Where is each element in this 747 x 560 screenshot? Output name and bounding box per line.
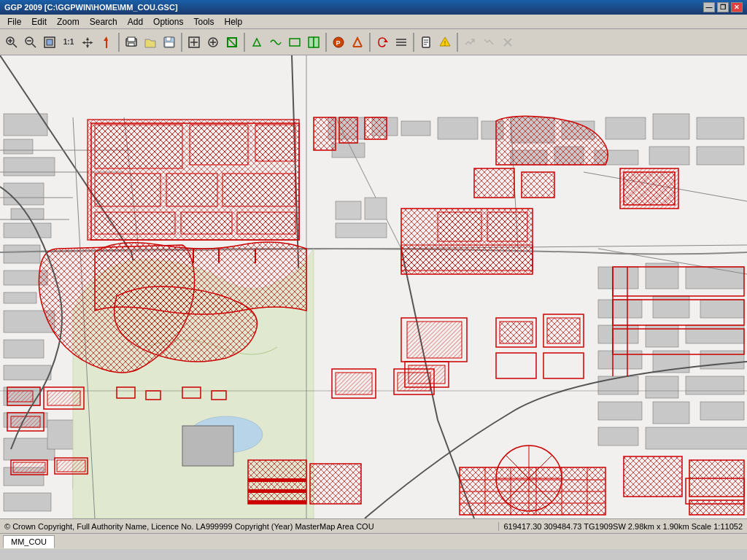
close-button[interactable]: ✕ (731, 2, 743, 12)
toolbar-btn-10[interactable] (305, 34, 322, 51)
toolbar-btn-6[interactable] (223, 34, 241, 51)
svg-rect-183 (13, 462, 45, 472)
save-button[interactable] (160, 34, 178, 51)
svg-rect-125 (522, 172, 554, 198)
toolbar-btn-9[interactable] (286, 34, 303, 51)
menu-bar: File Edit Zoom Search Add Options Tools … (0, 15, 747, 29)
toolbar-btn-16[interactable] (436, 34, 454, 51)
full-extent-button[interactable] (41, 34, 58, 51)
svg-text:P: P (336, 39, 341, 47)
toolbar-btn-14[interactable] (392, 34, 410, 51)
svg-rect-115 (166, 174, 217, 206)
copyright-text: © Crown Copyright, Full Authority Name, … (0, 522, 499, 531)
svg-rect-113 (255, 125, 295, 161)
toolbar-sep-7 (457, 33, 458, 52)
svg-rect-116 (222, 174, 295, 206)
toolbar-btn-8[interactable] (267, 34, 285, 51)
svg-rect-82 (686, 267, 744, 289)
zoom-11-button[interactable]: 1:1 (60, 34, 77, 51)
svg-rect-74 (697, 117, 744, 139)
svg-rect-24 (290, 39, 300, 46)
svg-rect-114 (95, 174, 160, 206)
svg-rect-180 (339, 117, 357, 143)
svg-point-39 (444, 44, 446, 46)
tab-mm-cou[interactable]: MM_COU (3, 535, 55, 548)
tab-bar: MM_COU (0, 533, 747, 549)
coordinates-text: 619417.30 309484.73 TG1909SW 2.98km x 1.… (499, 522, 747, 531)
toolbar-sep-6 (413, 33, 414, 52)
menu-options[interactable]: Options (149, 15, 187, 28)
menu-tools[interactable]: Tools (189, 15, 218, 28)
svg-rect-78 (649, 147, 689, 165)
menu-file[interactable]: File (3, 15, 26, 28)
svg-rect-185 (57, 460, 85, 472)
svg-rect-95 (598, 402, 642, 420)
svg-rect-96 (653, 402, 689, 424)
toolbar-btn-15[interactable] (417, 34, 435, 51)
zoom-out-button[interactable] (22, 34, 39, 51)
svg-rect-68 (438, 117, 478, 139)
svg-rect-98 (598, 427, 638, 446)
svg-rect-79 (697, 147, 744, 165)
toolbar-btn-11[interactable]: P (330, 34, 347, 51)
svg-rect-112 (190, 125, 248, 165)
minimize-button[interactable]: — (703, 2, 715, 12)
toolbar-btn-5[interactable] (204, 34, 222, 51)
svg-rect-117 (95, 212, 175, 234)
svg-rect-91 (700, 351, 744, 369)
svg-rect-52 (4, 223, 51, 238)
svg-rect-25 (309, 37, 314, 47)
map-canvas (0, 55, 747, 518)
menu-zoom[interactable]: Zoom (53, 15, 84, 28)
svg-rect-11 (128, 37, 135, 42)
print-setup-button[interactable] (123, 34, 140, 51)
svg-rect-73 (653, 114, 689, 139)
zoom-in-button[interactable] (3, 34, 20, 51)
toolbar-btn-12[interactable] (349, 34, 366, 51)
toolbar-btn-7[interactable] (248, 34, 266, 51)
menu-edit[interactable]: Edit (27, 15, 51, 28)
svg-rect-67 (401, 121, 430, 136)
toolbar-btn-13[interactable] (374, 34, 391, 51)
svg-rect-66 (332, 143, 365, 158)
svg-rect-53 (4, 245, 40, 263)
svg-rect-181 (365, 117, 387, 139)
svg-rect-89 (598, 351, 642, 369)
svg-rect-143 (624, 456, 682, 497)
svg-rect-172 (409, 365, 445, 384)
pan-button[interactable] (79, 34, 96, 51)
svg-rect-97 (700, 402, 744, 420)
svg-rect-80 (598, 267, 638, 289)
toolbar-sep-3 (244, 33, 245, 52)
svg-line-23 (228, 38, 236, 47)
svg-rect-92 (598, 376, 638, 394)
svg-rect-146 (689, 500, 744, 515)
toolbar-btn-19 (499, 34, 516, 51)
svg-rect-127 (624, 172, 675, 205)
svg-rect-193 (336, 223, 387, 238)
menu-add[interactable]: Add (123, 15, 147, 28)
svg-rect-192 (365, 198, 387, 219)
open-button[interactable] (142, 34, 159, 51)
window-controls: — ❐ ✕ (703, 2, 743, 12)
svg-rect-63 (4, 493, 51, 511)
toolbar-btn-17 (461, 34, 479, 51)
svg-rect-57 (4, 340, 44, 358)
svg-rect-179 (314, 117, 336, 150)
map-area[interactable] (0, 55, 747, 518)
toolbar-btn-4[interactable] (185, 34, 203, 51)
svg-rect-94 (686, 376, 744, 394)
toolbar-sep-2 (181, 33, 182, 52)
svg-rect-55 (4, 292, 36, 303)
menu-help[interactable]: Help (220, 15, 247, 28)
restore-button[interactable]: ❐ (717, 2, 729, 12)
app-title: GGP 2009 [C:\GGPWIN\HOME\MM_COU.GSC] (4, 3, 178, 12)
menu-search[interactable]: Search (85, 15, 122, 28)
svg-rect-161 (248, 478, 306, 482)
svg-rect-160 (310, 464, 361, 504)
svg-rect-121 (438, 212, 481, 241)
svg-rect-163 (248, 500, 306, 504)
svg-rect-72 (605, 117, 646, 139)
identify-button[interactable] (98, 34, 115, 51)
svg-rect-48 (4, 139, 33, 154)
